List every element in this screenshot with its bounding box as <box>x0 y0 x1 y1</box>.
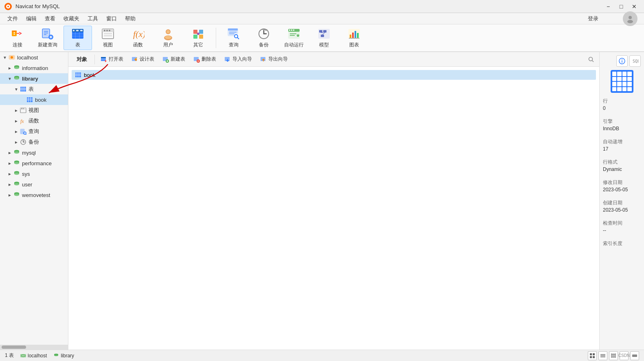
engine-label: 引擎 <box>603 118 641 125</box>
maximize-button[interactable]: □ <box>616 1 627 12</box>
backup-group-icon <box>20 138 27 146</box>
sidebar-item-user[interactable]: ► user <box>0 179 68 190</box>
sidebar-item-sys[interactable]: ► sys <box>0 168 68 179</box>
view-group-label: 视图 <box>28 107 39 114</box>
export-wizard-button[interactable]: 导出向导 <box>257 55 291 64</box>
func-group-icon: fx <box>20 117 27 125</box>
toolbar: 连接 新建查询 <box>0 24 644 52</box>
sidebar-item-table-group[interactable]: ▼ 表 <box>0 84 68 94</box>
info-icon-button[interactable] <box>616 55 628 67</box>
check-time-label: 检查时间 <box>603 220 641 227</box>
sidebar-item-performance[interactable]: ► performance <box>0 158 68 168</box>
menu-file[interactable]: 文件 <box>3 14 22 23</box>
menu-window[interactable]: 窗口 <box>102 14 121 23</box>
autorun-label: 自动运行 <box>284 42 304 48</box>
new-query-button[interactable]: 新建查询 <box>33 26 62 50</box>
sidebar-item-mysql[interactable]: ► mysql <box>0 147 68 158</box>
sidebar-item-book[interactable]: ► book <box>0 94 68 105</box>
grid-view-button[interactable] <box>588 351 597 360</box>
view-label: 视图 <box>103 42 113 48</box>
function-button[interactable]: f(x) 函数 <box>124 26 152 50</box>
table-preview-icon <box>611 70 633 93</box>
code-icon-button[interactable]: SQL <box>629 55 641 67</box>
db-library-icon <box>13 75 20 82</box>
title-bar-controls: − □ ✕ <box>602 1 640 12</box>
svg-rect-88 <box>27 97 33 102</box>
query-group-icon <box>20 128 27 135</box>
export-wizard-icon <box>260 56 267 63</box>
query-button[interactable]: 查询 <box>219 26 248 50</box>
sidebar-scrollbar[interactable] <box>0 345 68 350</box>
rows-label: 行 <box>603 98 641 105</box>
user-button[interactable]: 用户 <box>154 26 182 50</box>
expand-arrow-user: ► <box>7 181 13 188</box>
function-icon: f(x) <box>131 27 145 40</box>
object-toolbar: 对象 打开表 设计表 <box>68 52 599 67</box>
open-table-button[interactable]: 打开表 <box>97 55 127 64</box>
table-list-item-book[interactable]: book <box>72 70 596 80</box>
info-rows: 行 0 <box>603 98 641 111</box>
book-table-label: book <box>84 72 95 78</box>
menu-favorites[interactable]: 收藏夹 <box>59 14 83 23</box>
expand-arrow-information: ► <box>7 65 13 71</box>
autorun-button[interactable]: 自动运行 <box>280 26 308 50</box>
new-query-label: 新建查询 <box>38 42 57 48</box>
sidebar-item-query-group[interactable]: ► 查询 <box>0 126 68 137</box>
model-button[interactable]: 模型 <box>310 26 338 50</box>
sidebar-item-information[interactable]: ► information <box>0 63 68 73</box>
sidebar-item-library[interactable]: ▼ library <box>0 73 68 84</box>
extra-button-1[interactable]: CSDN <box>620 351 629 360</box>
table-button[interactable]: 表 <box>64 26 92 50</box>
menu-edit[interactable]: 编辑 <box>22 14 41 23</box>
close-button[interactable]: ✕ <box>629 1 640 12</box>
svg-point-30 <box>109 30 110 31</box>
menu-tools[interactable]: 工具 <box>83 14 102 23</box>
detail-view-button[interactable] <box>609 351 618 360</box>
toolbar-separator <box>216 28 216 48</box>
sidebar-item-localhost[interactable]: ▼ localhost <box>0 52 68 63</box>
svg-rect-44 <box>228 28 238 31</box>
status-connection: localhost <box>20 353 47 359</box>
svg-point-82 <box>14 78 19 80</box>
menu-view[interactable]: 查看 <box>41 14 59 23</box>
row-format-label: 行格式 <box>603 159 641 166</box>
sidebar-scrollbar-thumb[interactable] <box>2 346 26 349</box>
login-button[interactable]: 登录 <box>588 15 623 22</box>
list-view-button[interactable] <box>598 351 607 360</box>
check-time-value: -- <box>603 228 641 233</box>
svg-point-96 <box>23 108 24 109</box>
connect-button[interactable]: 连接 <box>3 26 32 50</box>
open-table-icon <box>101 56 107 63</box>
import-wizard-icon <box>224 56 231 63</box>
other-button[interactable]: 其它 <box>184 26 212 50</box>
rows-value: 0 <box>603 105 641 111</box>
query-label: 查询 <box>229 42 239 48</box>
design-table-button[interactable]: 设计表 <box>128 55 158 64</box>
new-table-button[interactable]: 新建表 <box>159 55 188 64</box>
view-button[interactable]: 视图 <box>94 26 122 50</box>
sidebar-item-view-group[interactable]: ► 视图 <box>0 105 68 116</box>
svg-rect-41 <box>199 35 203 39</box>
svg-rect-156 <box>590 353 592 355</box>
menu-help[interactable]: 帮助 <box>121 14 140 23</box>
delete-table-button[interactable]: 删除表 <box>190 55 219 64</box>
search-button[interactable] <box>586 55 596 64</box>
chart-button[interactable]: 图表 <box>340 26 368 50</box>
user-icon <box>162 27 175 40</box>
expand-arrow-localhost: ▼ <box>2 54 8 61</box>
svg-point-2 <box>7 6 9 7</box>
sidebar-item-wemovetest[interactable]: ► wemovetest <box>0 190 68 200</box>
backup-button[interactable]: 备份 <box>250 26 278 50</box>
extra-button-2[interactable] <box>630 351 639 360</box>
sidebar: ▼ localhost ► <box>0 52 68 350</box>
minimize-button[interactable]: − <box>602 1 614 12</box>
table-item-icon <box>75 72 81 78</box>
sidebar-item-backup-group[interactable]: ► 备份 <box>0 137 68 147</box>
chart-icon <box>348 27 361 40</box>
import-wizard-button[interactable]: 导入向导 <box>221 55 255 64</box>
information-label: information <box>22 65 48 71</box>
app-title: Navicat for MySQL <box>15 3 60 9</box>
sidebar-item-func-group[interactable]: ► fx 函数 <box>0 116 68 126</box>
menu-bar: 文件 编辑 查看 收藏夹 工具 窗口 帮助 登录 <box>0 13 644 24</box>
svg-point-7 <box>14 32 15 33</box>
